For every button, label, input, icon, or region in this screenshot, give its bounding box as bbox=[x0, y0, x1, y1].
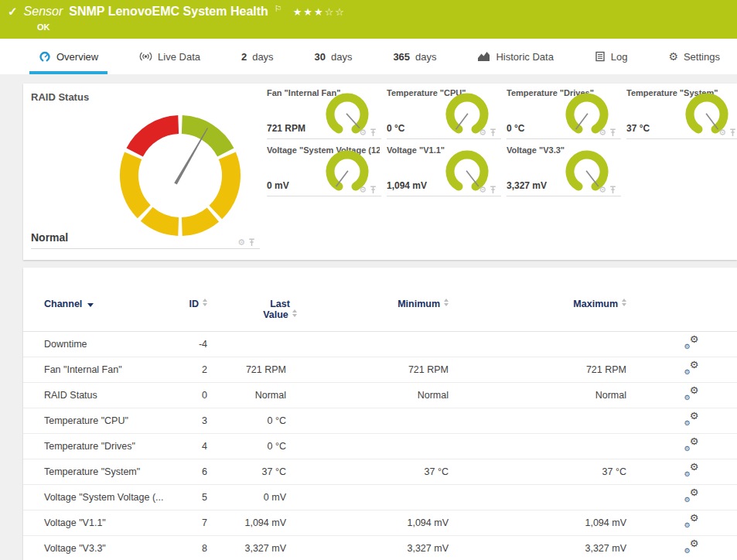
channel-settings-icon[interactable]: ⚙⚙ bbox=[684, 413, 699, 426]
table-row-raid-status[interactable]: RAID Status 0 Normal Normal Normal ⚙⚙ bbox=[23, 383, 737, 408]
channel-settings-icon[interactable]: ⚙⚙ bbox=[684, 439, 699, 452]
tab-30-days[interactable]: 30 days bbox=[305, 39, 362, 74]
channel-settings-icon[interactable]: ⚙⚙ bbox=[684, 515, 699, 528]
table-row-voltage-v1-1[interactable]: Voltage "V1.1" 7 1,094 mV 1,094 mV 1,094… bbox=[23, 510, 737, 536]
gear-icon[interactable]: ⚙ bbox=[359, 128, 367, 137]
raid-gauge-needle bbox=[174, 128, 209, 185]
maximum-value: 3,327 mV bbox=[449, 536, 626, 560]
channel-settings-icon[interactable]: ⚙⚙ bbox=[684, 388, 699, 401]
channel-settings-icon[interactable]: ⚙⚙ bbox=[684, 541, 699, 554]
table-row-voltage-system[interactable]: Voltage "System Voltage (... 5 0 mV ⚙⚙ bbox=[23, 485, 737, 510]
tab-overview[interactable]: Overview bbox=[29, 39, 107, 74]
gauge-value: 1,094 mV bbox=[387, 180, 427, 191]
sort-icon bbox=[622, 299, 626, 306]
tab-log[interactable]: Log bbox=[585, 39, 637, 74]
header-label: Value bbox=[263, 309, 288, 320]
channel-name: Temperature "System" bbox=[23, 459, 170, 485]
minimum-value: 721 RPM bbox=[286, 357, 449, 383]
pin-icon[interactable] bbox=[490, 128, 496, 137]
gear-icon[interactable]: ⚙ bbox=[599, 186, 606, 194]
status-check-icon: ✓ bbox=[8, 5, 18, 19]
page-title: SNMP LenovoEMC System Health bbox=[69, 5, 268, 19]
sort-header-id[interactable]: ID bbox=[170, 292, 207, 332]
maximum-value bbox=[449, 332, 626, 357]
table-row-downtime[interactable]: Downtime -4 ⚙⚙ bbox=[23, 332, 737, 357]
header-spacer bbox=[626, 292, 737, 332]
header-label: ID bbox=[189, 299, 200, 309]
tab-365-days[interactable]: 365 days bbox=[384, 39, 445, 74]
table-row-temperature-system[interactable]: Temperature "System" 6 37 °C 37 °C 37 °C… bbox=[23, 459, 737, 485]
tab-2-days[interactable]: 2 days bbox=[232, 39, 283, 74]
channel-settings-icon[interactable]: ⚙⚙ bbox=[684, 464, 699, 477]
channel-name: RAID Status bbox=[23, 383, 170, 408]
channel-settings-icon[interactable]: ⚙⚙ bbox=[684, 336, 699, 350]
priority-stars[interactable]: ★★★☆☆ bbox=[293, 6, 346, 18]
gear-icon: ⚙ bbox=[690, 436, 699, 446]
gear-icon: ⚙ bbox=[684, 420, 691, 427]
gear-icon[interactable]: ⚙ bbox=[718, 128, 726, 137]
sort-header-maximum[interactable]: Maximum bbox=[449, 292, 626, 332]
tab-label: days bbox=[415, 51, 436, 63]
pin-icon[interactable] bbox=[248, 238, 255, 247]
last-value: Normal bbox=[207, 383, 286, 408]
header-label: Maximum bbox=[573, 299, 618, 309]
tab-live-data[interactable]: Live Data bbox=[130, 39, 210, 74]
sort-header-channel[interactable]: Channel bbox=[23, 292, 170, 332]
sensor-kind-label: Sensor bbox=[24, 5, 63, 19]
gear-icon[interactable]: ⚙ bbox=[599, 128, 606, 137]
last-value: 1,094 mV bbox=[207, 510, 286, 536]
channels-table: Channel ID Last Value Minimum Maximum bbox=[23, 292, 737, 560]
gear-icon: ⚙ bbox=[690, 360, 699, 370]
gear-icon[interactable]: ⚙ bbox=[479, 186, 486, 194]
pin-icon[interactable] bbox=[370, 186, 377, 194]
maximum-value bbox=[449, 434, 626, 459]
gauge-cell-voltage-v3-3: Voltage "V3.3" 3,327 mV ⚙ bbox=[507, 145, 621, 196]
gear-icon: ⚙ bbox=[690, 487, 699, 497]
gear-icon: ⚙ bbox=[684, 369, 691, 376]
sort-header-last-value[interactable]: Last Value bbox=[207, 292, 286, 332]
channel-settings-icon[interactable]: ⚙⚙ bbox=[684, 490, 699, 503]
gear-icon: ⚙ bbox=[684, 548, 691, 555]
gear-icon: ⚙ bbox=[690, 334, 699, 344]
channel-name: Downtime bbox=[23, 332, 170, 357]
gauge-value: 0 mV bbox=[267, 180, 289, 191]
channel-settings-icon[interactable]: ⚙⚙ bbox=[684, 362, 699, 375]
minimum-value: 1,094 mV bbox=[286, 510, 449, 536]
table-row-temperature-cpu[interactable]: Temperature "CPU" 3 0 °C ⚙⚙ bbox=[23, 408, 737, 434]
tab-historic-data[interactable]: Historic Data bbox=[468, 39, 562, 74]
table-row-voltage-v3-3[interactable]: Voltage "V3.3" 8 3,327 mV 3,327 mV 3,327… bbox=[23, 536, 737, 560]
gauge-cell-temperature-cpu: Temperature "CPU" 0 °C ⚙ bbox=[387, 88, 501, 139]
last-value: 0 °C bbox=[207, 434, 286, 459]
table-row-fan-internal-fan[interactable]: Fan "Internal Fan" 2 721 RPM 721 RPM 721… bbox=[23, 357, 737, 383]
channel-id: 0 bbox=[170, 383, 207, 408]
minimum-value: 3,327 mV bbox=[286, 536, 449, 560]
channel-name: Voltage "V3.3" bbox=[23, 536, 170, 560]
raid-gauge-dial bbox=[114, 110, 246, 241]
pin-icon[interactable] bbox=[490, 186, 496, 194]
gauge-cell-voltage-v1-1: Voltage "V1.1" 1,094 mV ⚙ bbox=[387, 145, 501, 196]
pin-icon[interactable] bbox=[729, 128, 736, 137]
last-value: 0 mV bbox=[207, 485, 286, 510]
channels-panel: Channel ID Last Value Minimum Maximum bbox=[23, 268, 737, 560]
tab-label: Overview bbox=[56, 51, 98, 63]
tab-settings[interactable]: ⚙ Settings bbox=[659, 39, 729, 74]
channel-id: 2 bbox=[170, 357, 207, 383]
maximum-value: 721 RPM bbox=[449, 357, 626, 383]
gauge-title: Voltage "V1.1" bbox=[387, 145, 445, 155]
last-value bbox=[207, 332, 286, 357]
last-value: 721 RPM bbox=[207, 357, 286, 383]
sort-header-minimum[interactable]: Minimum bbox=[286, 292, 449, 332]
header-label: Last bbox=[270, 299, 290, 309]
header-label: Minimum bbox=[398, 299, 440, 309]
pin-icon[interactable] bbox=[609, 186, 616, 194]
gear-icon[interactable]: ⚙ bbox=[237, 238, 245, 247]
pin-icon[interactable] bbox=[609, 128, 616, 137]
table-row-temperature-drives[interactable]: Temperature "Drives" 4 0 °C ⚙⚙ bbox=[23, 434, 737, 459]
gear-icon: ⚙ bbox=[690, 385, 699, 395]
gear-icon[interactable]: ⚙ bbox=[359, 186, 367, 194]
gauge-value: 721 RPM bbox=[267, 123, 305, 134]
pin-icon[interactable] bbox=[370, 128, 377, 137]
sort-desc-icon bbox=[87, 303, 94, 307]
gear-icon[interactable]: ⚙ bbox=[479, 128, 486, 137]
gear-icon: ⚙ bbox=[690, 538, 699, 548]
